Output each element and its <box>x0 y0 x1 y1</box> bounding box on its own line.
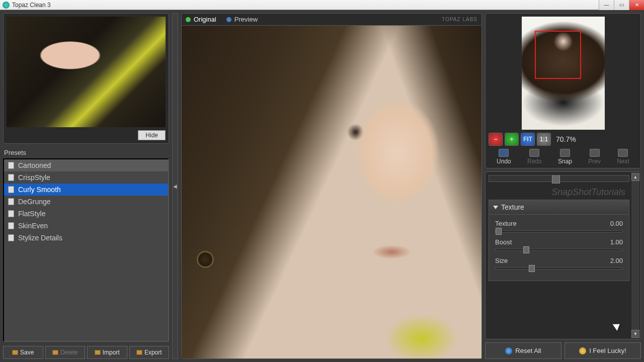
navigator-panel: − + FIT 1:1 70.7% Undo Redo Snap Prev Ne… <box>485 13 641 168</box>
next-icon <box>618 149 628 157</box>
preset-label: Stylize Details <box>18 234 62 242</box>
redo-button[interactable]: Redo <box>527 149 542 165</box>
slider-thumb[interactable] <box>496 228 502 235</box>
document-icon <box>8 162 14 169</box>
reset-icon <box>505 347 512 354</box>
tab-original[interactable]: Original <box>186 16 216 23</box>
box-icon <box>136 350 142 355</box>
preset-label: FlatStyle <box>18 210 45 218</box>
document-icon <box>8 174 14 181</box>
zoom-actual-button[interactable]: 1:1 <box>537 133 551 146</box>
main-canvas[interactable] <box>182 26 481 358</box>
lucky-icon <box>579 347 586 354</box>
params-scrollbar[interactable]: ▲ ▼ <box>631 173 639 338</box>
zoom-percent: 70.7% <box>556 135 576 143</box>
zoom-out-button[interactable]: − <box>489 133 503 146</box>
slider-thumb[interactable] <box>523 246 529 253</box>
scroll-down-button[interactable]: ▼ <box>631 330 639 338</box>
preset-list[interactable]: CartoonedCrispStyleCurly SmoothDeGrungeF… <box>3 158 169 342</box>
document-icon <box>8 234 14 241</box>
param-boost-label: Boost <box>495 238 512 246</box>
parameters-panel: SnapShotTutorials Texture Texture0.00 Bo… <box>485 171 641 339</box>
param-boost-value: 1.00 <box>610 238 623 246</box>
preset-label: CrispStyle <box>18 173 50 182</box>
preset-label: Cartooned <box>18 161 51 169</box>
scroll-track[interactable] <box>631 181 639 330</box>
collapse-left-toggle[interactable]: ◀ <box>172 13 178 359</box>
param-boost-slider[interactable] <box>495 249 623 251</box>
brand-logo: TOPAZ LABS <box>442 17 477 22</box>
param-size-slider[interactable] <box>495 267 623 269</box>
document-icon <box>8 198 14 205</box>
title-bar: Topaz Clean 3 — ▭ ✕ <box>0 0 644 10</box>
save-preset-button[interactable]: Save <box>3 346 43 359</box>
param-texture-label: Texture <box>495 220 517 227</box>
preview-thumbnail-panel: Hide <box>3 13 169 144</box>
chevron-down-icon <box>493 206 498 209</box>
delete-preset-button[interactable]: Delete <box>45 346 86 359</box>
param-texture-value: 0.00 <box>610 220 623 227</box>
watermark-text: SnapShotTutorials <box>489 185 629 200</box>
reset-all-button[interactable]: Reset All <box>485 342 561 359</box>
undo-button[interactable]: Undo <box>497 149 511 165</box>
param-size-label: Size <box>495 257 508 264</box>
box-icon <box>52 350 58 355</box>
camera-icon <box>560 149 570 157</box>
box-icon <box>12 350 18 355</box>
slider-thumb[interactable] <box>529 265 535 272</box>
hide-button[interactable]: Hide <box>138 130 166 140</box>
export-preset-button[interactable]: Export <box>129 346 170 359</box>
preset-label: DeGrunge <box>18 198 51 206</box>
zoom-fit-button[interactable]: FIT <box>521 133 535 146</box>
scroll-up-button[interactable]: ▲ <box>631 173 639 181</box>
preset-item[interactable]: Curly Smooth <box>4 184 168 196</box>
redo-icon <box>529 149 539 157</box>
window-title: Topaz Clean 3 <box>12 2 51 9</box>
maximize-button[interactable]: ▭ <box>614 0 629 10</box>
preset-item[interactable]: FlatStyle <box>4 208 168 220</box>
view-tabs: Original Preview TOPAZ LABS <box>182 14 481 26</box>
preset-label: Curly Smooth <box>18 186 61 194</box>
canvas-knob-icon <box>197 251 214 268</box>
presets-header: Presets <box>3 147 169 158</box>
box-icon <box>95 350 101 355</box>
app-icon <box>3 2 10 9</box>
section-texture-header[interactable]: Texture <box>489 200 629 215</box>
preset-item[interactable]: CrispStyle <box>4 171 168 184</box>
next-button[interactable]: Next <box>617 149 629 165</box>
param-size-value: 2.00 <box>610 257 623 264</box>
preset-item[interactable]: Cartooned <box>4 159 168 171</box>
navigator-viewport-rect[interactable] <box>535 31 581 79</box>
navigator-image[interactable] <box>522 17 605 130</box>
dot-icon <box>186 17 191 22</box>
document-icon <box>8 222 14 229</box>
prev-button[interactable]: Prev <box>588 149 601 165</box>
zoom-in-button[interactable]: + <box>505 133 519 146</box>
undo-icon <box>499 149 509 157</box>
overview-slider[interactable] <box>489 175 629 182</box>
prev-icon <box>590 149 600 157</box>
close-button[interactable]: ✕ <box>629 0 644 10</box>
minimize-button[interactable]: — <box>599 0 614 10</box>
tab-preview[interactable]: Preview <box>226 16 258 23</box>
document-icon <box>8 186 14 193</box>
dot-icon <box>226 17 231 22</box>
preset-label: SkinEven <box>18 222 48 230</box>
import-preset-button[interactable]: Import <box>87 346 127 359</box>
preset-item[interactable]: Stylize Details <box>4 232 168 244</box>
preset-item[interactable]: SkinEven <box>4 220 168 232</box>
preview-thumbnail[interactable] <box>7 17 166 127</box>
document-icon <box>8 210 14 217</box>
preset-item[interactable]: DeGrunge <box>4 196 168 208</box>
snap-button[interactable]: Snap <box>558 149 572 165</box>
feel-lucky-button[interactable]: I Feel Lucky! <box>565 342 641 359</box>
param-texture-slider[interactable] <box>495 230 623 232</box>
